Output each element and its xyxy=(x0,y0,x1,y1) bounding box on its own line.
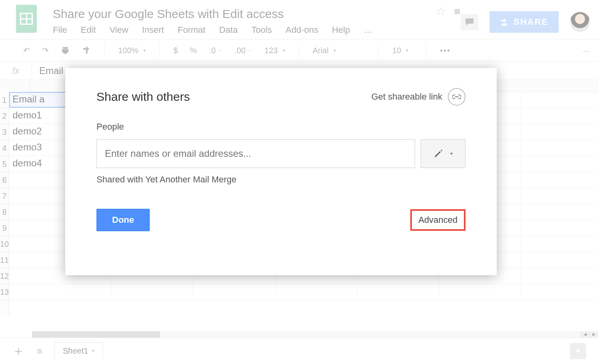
scroll-left-icon[interactable]: ◀ xyxy=(580,331,589,338)
row-header[interactable]: 9 xyxy=(0,220,9,236)
number-format-select[interactable]: 123 xyxy=(261,44,289,57)
row-header[interactable]: 3 xyxy=(0,124,9,140)
cell[interactable] xyxy=(111,284,193,300)
comments-button[interactable] xyxy=(461,14,478,30)
cell[interactable] xyxy=(522,268,598,284)
people-label: People xyxy=(96,122,466,132)
row-header[interactable]: 6 xyxy=(0,172,9,188)
permission-dropdown[interactable] xyxy=(421,139,466,168)
row-header[interactable]: 12 xyxy=(0,268,9,284)
star-icon[interactable]: ☆ xyxy=(436,5,446,18)
document-title[interactable]: Share your Google Sheets with Edit acces… xyxy=(53,5,436,25)
paint-format-button[interactable] xyxy=(78,44,94,56)
menu-view[interactable]: View xyxy=(109,25,128,35)
explore-button[interactable]: ✦ xyxy=(570,343,586,359)
row-header[interactable]: 7 xyxy=(0,188,9,204)
get-shareable-link-button[interactable]: Get shareable link xyxy=(371,88,466,106)
cell[interactable] xyxy=(522,172,598,188)
all-sheets-button[interactable]: ≡ xyxy=(37,346,42,357)
cell[interactable] xyxy=(193,284,275,300)
menu-tools[interactable]: Tools xyxy=(251,25,272,35)
row-header[interactable]: 8 xyxy=(0,204,9,220)
add-sheet-button[interactable]: ＋ xyxy=(12,342,25,360)
cell[interactable] xyxy=(522,92,598,108)
share-button-label: SHARE xyxy=(514,17,548,27)
row-header[interactable]: 1 xyxy=(0,92,9,108)
menu-more[interactable]: … xyxy=(363,25,372,35)
fx-label: fx xyxy=(0,62,32,80)
pencil-icon xyxy=(433,149,443,158)
menu-insert[interactable]: Insert xyxy=(142,25,164,35)
share-dialog-title: Share with others xyxy=(96,90,190,104)
cell[interactable] xyxy=(522,188,598,204)
menu-edit[interactable]: Edit xyxy=(80,25,96,35)
menu-file[interactable]: File xyxy=(53,25,67,35)
column-header[interactable] xyxy=(502,80,598,92)
menubar: File Edit View Insert Format Data Tools … xyxy=(53,25,436,39)
row-header[interactable]: 4 xyxy=(0,140,9,156)
currency-button[interactable]: $ xyxy=(169,44,182,57)
cell[interactable] xyxy=(522,124,598,140)
row-header[interactable]: 13 xyxy=(0,284,9,300)
horizontal-scrollbar[interactable] xyxy=(32,331,586,338)
cell[interactable] xyxy=(439,284,522,300)
cell[interactable] xyxy=(357,284,439,300)
row-header[interactable]: 10 xyxy=(0,236,9,252)
shared-with-note: Shared with Yet Another Mail Merge xyxy=(96,174,466,185)
percent-button[interactable]: % xyxy=(186,44,201,57)
link-icon xyxy=(448,88,466,106)
menu-help[interactable]: Help xyxy=(332,25,350,35)
scroll-right-icon[interactable]: ▶ xyxy=(589,331,598,338)
people-input[interactable] xyxy=(96,139,415,168)
sheet-tab[interactable]: Sheet1 xyxy=(54,342,103,360)
formula-bar-input[interactable]: Email xyxy=(32,65,63,76)
row-header[interactable]: 2 xyxy=(0,108,9,124)
print-button[interactable] xyxy=(57,44,74,56)
cell[interactable] xyxy=(275,284,357,300)
cell[interactable] xyxy=(522,220,598,236)
done-button[interactable]: Done xyxy=(96,209,150,231)
svg-point-1 xyxy=(501,20,503,22)
cell[interactable] xyxy=(522,140,598,156)
font-select[interactable]: Arial xyxy=(309,44,369,57)
advanced-button[interactable]: Advanced xyxy=(410,209,466,231)
redo-button[interactable]: ↷ xyxy=(38,44,53,57)
menu-data[interactable]: Data xyxy=(219,25,237,35)
cell[interactable] xyxy=(9,284,111,300)
cell[interactable] xyxy=(522,284,598,300)
cell[interactable] xyxy=(522,252,598,268)
menu-format[interactable]: Format xyxy=(178,25,206,35)
share-button[interactable]: SHARE xyxy=(490,11,559,33)
cell[interactable] xyxy=(522,108,598,124)
font-size-select[interactable]: 10 xyxy=(388,44,416,57)
zoom-select[interactable]: 100% xyxy=(114,44,150,57)
toolbar-more-button[interactable]: ••• xyxy=(436,44,455,57)
user-avatar[interactable] xyxy=(570,12,590,32)
menu-addons[interactable]: Add-ons xyxy=(285,25,318,35)
cell[interactable] xyxy=(522,156,598,172)
svg-point-0 xyxy=(503,19,506,22)
toolbar: ↶ ↷ 100% $ % .0← .00→ 123 Arial 10 ••• ︿ xyxy=(0,39,598,62)
decrease-decimal-button[interactable]: .0← xyxy=(205,44,227,57)
increase-decimal-button[interactable]: .00→ xyxy=(231,44,257,57)
row-header[interactable]: 11 xyxy=(0,252,9,268)
cell[interactable] xyxy=(522,204,598,220)
share-dialog: Share with others Get shareable link Peo… xyxy=(65,68,497,275)
cell[interactable] xyxy=(522,236,598,252)
row-header[interactable]: 5 xyxy=(0,156,9,172)
folder-icon[interactable]: ■ xyxy=(454,5,461,18)
sheets-logo-icon[interactable] xyxy=(16,5,37,33)
collapse-toolbar-icon[interactable]: ︿ xyxy=(583,46,590,55)
undo-button[interactable]: ↶ xyxy=(19,44,34,57)
